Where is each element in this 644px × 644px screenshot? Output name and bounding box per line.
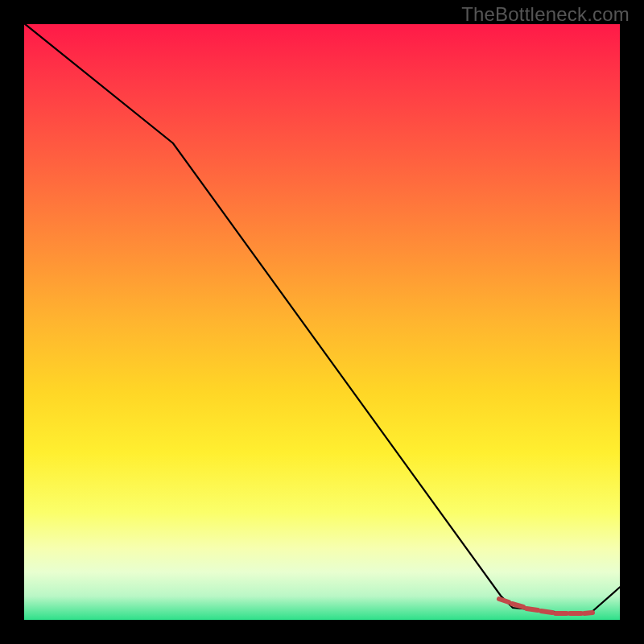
- curve-path: [24, 24, 620, 613]
- valley-markers: [499, 599, 592, 613]
- plot-area: [24, 24, 620, 620]
- svg-line-0: [499, 599, 509, 602]
- svg-line-3: [541, 611, 552, 613]
- svg-line-2: [526, 609, 538, 610]
- line-plot: [24, 24, 620, 620]
- svg-line-6: [584, 613, 592, 613]
- svg-line-1: [512, 604, 523, 607]
- watermark-text: TheBottleneck.com: [461, 3, 630, 26]
- chart-frame: TheBottleneck.com: [0, 0, 644, 644]
